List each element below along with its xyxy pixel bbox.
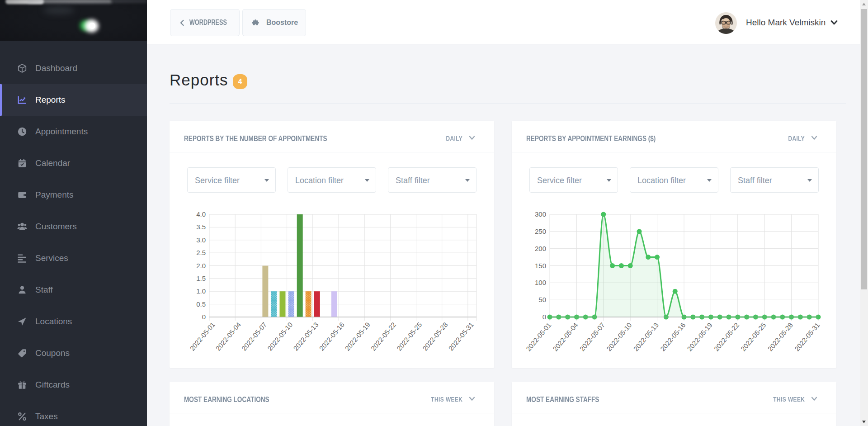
svg-text:0.5: 0.5 [196, 300, 206, 308]
svg-text:2022-05-16: 2022-05-16 [659, 321, 687, 353]
svg-text:2022-05-04: 2022-05-04 [551, 321, 579, 353]
svg-text:2022-05-25: 2022-05-25 [739, 321, 767, 353]
svg-text:3.5: 3.5 [196, 223, 206, 231]
svg-text:2022-05-16: 2022-05-16 [317, 321, 345, 352]
svg-text:150: 150 [535, 262, 546, 270]
svg-text:2022-05-28: 2022-05-28 [766, 321, 794, 353]
svg-text:4.0: 4.0 [196, 210, 206, 218]
svg-text:300: 300 [535, 210, 546, 218]
svg-text:2022-05-22: 2022-05-22 [712, 321, 741, 353]
svg-text:2022-05-13: 2022-05-13 [292, 321, 320, 352]
svg-text:0: 0 [542, 313, 546, 321]
svg-text:2022-05-01: 2022-05-01 [524, 321, 552, 353]
svg-text:2.0: 2.0 [196, 262, 206, 270]
svg-text:1.5: 1.5 [196, 275, 206, 282]
svg-text:100: 100 [535, 279, 546, 286]
svg-text:2022-05-13: 2022-05-13 [632, 321, 660, 353]
svg-text:2022-05-25: 2022-05-25 [395, 321, 423, 352]
svg-text:2022-05-10: 2022-05-10 [266, 321, 294, 352]
svg-text:200: 200 [535, 245, 546, 252]
svg-text:2022-05-07: 2022-05-07 [578, 321, 606, 353]
svg-text:2022-05-01: 2022-05-01 [188, 321, 216, 352]
svg-text:2022-05-31: 2022-05-31 [447, 321, 475, 352]
svg-text:2022-05-31: 2022-05-31 [793, 321, 821, 353]
svg-text:3.0: 3.0 [196, 236, 206, 244]
svg-text:2022-05-07: 2022-05-07 [240, 321, 268, 352]
svg-text:2.5: 2.5 [196, 249, 206, 256]
svg-text:250: 250 [535, 227, 546, 235]
svg-text:2022-05-19: 2022-05-19 [685, 321, 713, 353]
svg-text:2022-05-28: 2022-05-28 [421, 321, 449, 352]
svg-text:2022-05-22: 2022-05-22 [369, 321, 397, 352]
svg-text:2022-05-04: 2022-05-04 [214, 321, 242, 352]
svg-text:2022-05-19: 2022-05-19 [344, 321, 372, 352]
svg-text:50: 50 [538, 296, 546, 303]
svg-text:0: 0 [202, 313, 206, 321]
svg-text:1.0: 1.0 [196, 287, 206, 295]
svg-text:2022-05-10: 2022-05-10 [605, 321, 633, 353]
